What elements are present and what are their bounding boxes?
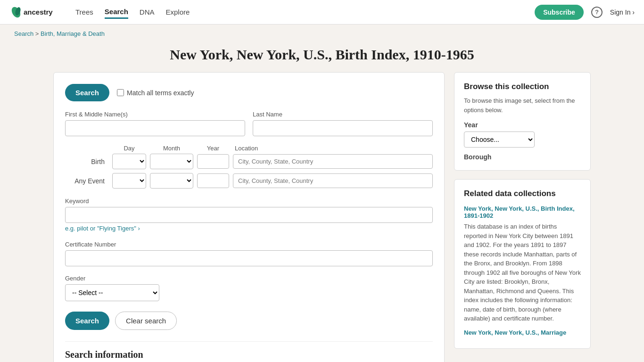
- signin-link[interactable]: Sign In ›: [610, 8, 635, 16]
- logo[interactable]: ancestry: [9, 6, 61, 19]
- match-terms-text: Match all terms exactly: [127, 89, 194, 97]
- gender-section: Gender -- Select -- Male Female: [65, 275, 433, 301]
- nav-trees[interactable]: Trees: [75, 6, 93, 18]
- main-layout: Search Match all terms exactly First & M…: [39, 72, 605, 362]
- breadcrumb: Search > Birth, Marriage & Death: [0, 25, 644, 43]
- nav-links: Trees Search DNA Explore: [75, 6, 535, 19]
- breadcrumb-separator: >: [35, 30, 41, 37]
- year-label: Year: [464, 121, 581, 129]
- birth-label: Birth: [65, 158, 108, 165]
- first-middle-input[interactable]: [65, 120, 245, 136]
- location-header: Location: [233, 145, 433, 152]
- first-middle-group: First & Middle Name(s): [65, 111, 245, 136]
- any-event-row: Any Event: [65, 173, 433, 189]
- any-event-day-select[interactable]: [112, 173, 146, 189]
- related-link-1[interactable]: New York, New York, U.S., Marriage: [464, 329, 581, 336]
- match-terms-checkbox[interactable]: [117, 89, 124, 96]
- gender-label: Gender: [65, 275, 433, 282]
- scroll-info-partial: Search information: [65, 341, 433, 360]
- related-title: Related data collections: [464, 189, 581, 198]
- keyword-section: Keyword e.g. pilot or "Flying Tigers" ›: [65, 197, 433, 232]
- birth-year-input[interactable]: [197, 154, 229, 169]
- birth-month-select[interactable]: [150, 154, 193, 169]
- breadcrumb-search[interactable]: Search: [14, 30, 33, 37]
- breadcrumb-current[interactable]: Birth, Marriage & Death: [41, 30, 105, 37]
- birth-row: Birth: [65, 154, 433, 169]
- certificate-input[interactable]: [65, 250, 433, 266]
- last-name-group: Last Name: [253, 111, 433, 136]
- browse-desc: To browse this image set, select from th…: [464, 96, 581, 115]
- nav-search[interactable]: Search: [105, 6, 128, 19]
- page-title: New York, New York, U.S., Birth Index, 1…: [0, 47, 644, 63]
- any-event-label: Any Event: [65, 177, 108, 185]
- nav-dna[interactable]: DNA: [140, 6, 155, 18]
- birth-location-input[interactable]: [233, 154, 433, 169]
- certificate-section: Certificate Number: [65, 240, 433, 266]
- last-name-label: Last Name: [253, 111, 433, 118]
- browse-card: Browse this collection To browse this im…: [454, 72, 591, 171]
- related-link-0[interactable]: New York, New York, U.S., Birth Index, 1…: [464, 205, 581, 219]
- nav-explore[interactable]: Explore: [166, 6, 190, 18]
- search-button-top[interactable]: Search: [65, 84, 109, 101]
- gender-select[interactable]: -- Select -- Male Female: [65, 284, 159, 301]
- any-event-year-input[interactable]: [197, 173, 229, 188]
- related-card: Related data collections New York, New Y…: [454, 179, 591, 349]
- keyword-hint[interactable]: e.g. pilot or "Flying Tigers" ›: [65, 225, 433, 232]
- keyword-label: Keyword: [65, 197, 89, 205]
- help-icon[interactable]: ?: [591, 7, 603, 18]
- sidebar: Browse this collection To browse this im…: [454, 72, 591, 362]
- event-section: Day Month Year Location Birth Any Event: [65, 145, 433, 189]
- search-button-bottom[interactable]: Search: [65, 312, 109, 330]
- borough-label: Borough: [464, 153, 581, 161]
- scroll-info-title: Search information: [65, 349, 433, 360]
- day-header: Day: [112, 145, 146, 152]
- date-header-row: Day Month Year Location: [65, 145, 433, 152]
- subscribe-button[interactable]: Subscribe: [535, 5, 584, 20]
- bottom-btn-row: Search Clear search: [65, 312, 433, 330]
- year-header: Year: [197, 145, 229, 152]
- related-desc-0: This database is an index of births repo…: [464, 222, 581, 323]
- any-event-location-input[interactable]: [233, 173, 433, 188]
- search-top-row: Search Match all terms exactly: [65, 84, 433, 101]
- search-card: Search Match all terms exactly First & M…: [53, 72, 445, 362]
- svg-text:ancestry: ancestry: [24, 8, 53, 16]
- any-event-month-select[interactable]: [150, 173, 193, 189]
- year-select[interactable]: Choose...: [464, 132, 535, 148]
- match-terms-label[interactable]: Match all terms exactly: [117, 89, 194, 97]
- first-middle-label: First & Middle Name(s): [65, 111, 245, 118]
- month-header: Month: [150, 145, 193, 152]
- name-row: First & Middle Name(s) Last Name: [65, 111, 433, 136]
- navigation: ancestry Trees Search DNA Explore Subscr…: [0, 0, 644, 25]
- clear-search-button[interactable]: Clear search: [115, 312, 177, 330]
- browse-title: Browse this collection: [464, 82, 581, 91]
- birth-day-select[interactable]: [112, 154, 146, 169]
- last-name-input[interactable]: [253, 120, 433, 136]
- nav-right: Subscribe ? Sign In ›: [535, 5, 635, 20]
- keyword-input[interactable]: [65, 207, 433, 223]
- certificate-label: Certificate Number: [65, 241, 116, 248]
